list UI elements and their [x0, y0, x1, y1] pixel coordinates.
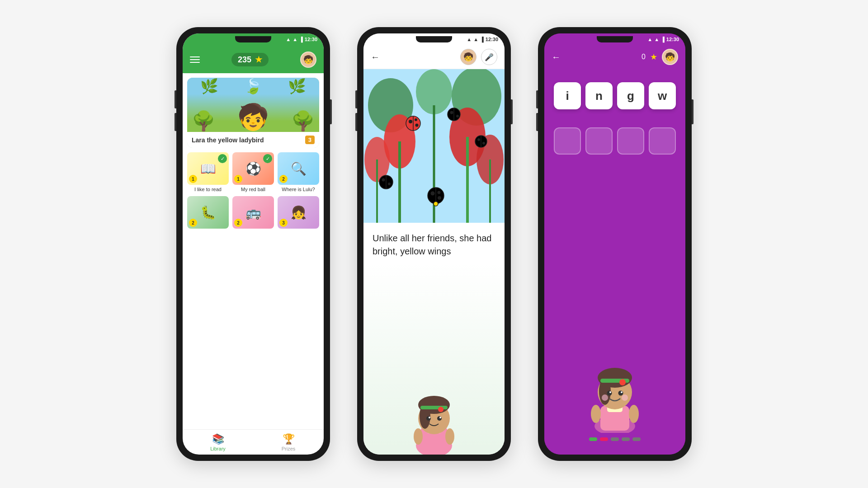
answer-slot-2[interactable] — [585, 127, 613, 155]
book-emoji-4: 🐛 — [200, 205, 216, 220]
book-item-3[interactable]: 🔍 2 Where is Lulu? — [278, 152, 319, 192]
svg-point-32 — [388, 183, 391, 185]
phone2-content: Unlike all her friends, she had bright, … — [363, 69, 505, 455]
back-button-2[interactable]: ← — [371, 52, 380, 62]
svg-point-68 — [622, 394, 628, 401]
letter-g: g — [627, 89, 634, 103]
back-button-3[interactable]: ← — [552, 52, 561, 62]
svg-point-63 — [607, 391, 612, 396]
score-value-3: 0 — [642, 53, 646, 61]
avatar-3[interactable]: 🧒 — [662, 49, 678, 65]
answer-slots — [554, 127, 676, 155]
svg-point-62 — [619, 379, 626, 385]
book-thumb-4: 🐛 2 — [187, 196, 229, 229]
signal-icon-2: ▲ — [467, 37, 472, 42]
phone-1: ▲ ▲ ▐ 12:30 235 ★ 🧒 — [176, 27, 330, 461]
phone2-header: ← 🧒 🎤 — [363, 45, 505, 69]
phone-notch-1 — [235, 36, 271, 42]
book-label-3: Where is Lulu? — [278, 187, 319, 192]
book-item-2[interactable]: ⚽ ✓ 1 My red ball — [232, 152, 274, 192]
answer-slot-3[interactable] — [617, 127, 644, 155]
book-item-1[interactable]: 📖 ✓ 1 I like to read — [187, 152, 229, 192]
svg-point-27 — [482, 142, 485, 145]
letter-n: n — [595, 89, 603, 103]
book-thumb-6: 👧 3 — [278, 196, 319, 229]
progress-dots — [585, 433, 645, 446]
book-item-5[interactable]: 🚌 2 — [232, 196, 274, 230]
progress-dot-5 — [632, 437, 641, 441]
letter-tile-n[interactable]: n — [585, 82, 613, 109]
letter-tile-i[interactable]: i — [554, 82, 581, 109]
tab-prizes-label: Prizes — [282, 446, 296, 451]
svg-point-50 — [429, 417, 430, 418]
header-actions-2: 🧒 🎤 — [460, 49, 497, 65]
svg-point-31 — [382, 178, 385, 182]
svg-point-67 — [602, 394, 608, 401]
tab-prizes[interactable]: 🏆 Prizes — [253, 430, 324, 455]
featured-card-title-bar: Lara the yellow ladybird 3 — [187, 132, 319, 148]
phone-3: ▲ ▲ ▐ 12:30 ← 0 ★ 🧒 i n — [538, 27, 692, 461]
book-label-2: My red ball — [232, 187, 274, 192]
svg-point-65 — [609, 391, 611, 393]
book-thumb-5: 🚌 2 — [232, 196, 274, 229]
answer-slot-1[interactable] — [554, 127, 581, 155]
signal-icon-3: ▲ — [647, 37, 652, 42]
book-emoji-5: 🚌 — [245, 205, 261, 220]
progress-dot-3 — [611, 437, 619, 441]
answer-slot-4[interactable] — [649, 127, 676, 155]
score-pill: 235 ★ — [231, 53, 269, 66]
prizes-icon: 🏆 — [283, 433, 295, 445]
letter-tile-w[interactable]: w — [649, 82, 676, 109]
num-badge-4: 2 — [189, 219, 197, 227]
num-badge-6: 3 — [279, 219, 288, 227]
phone3-header: ← 0 ★ 🧒 — [544, 45, 685, 69]
num-badge-3: 2 — [279, 175, 288, 183]
svg-point-51 — [439, 417, 441, 418]
featured-card-image: 🌿🍃🌿 🌳 🌳 🧒 — [187, 78, 319, 132]
phone1-header: 235 ★ 🧒 — [183, 45, 324, 73]
svg-point-53 — [414, 428, 423, 445]
vol-btn-p3 — [536, 90, 538, 108]
tab-library-label: Library — [210, 446, 226, 451]
svg-point-69 — [591, 405, 601, 423]
phone-2: ▲ ▲ ▐ 12:30 ← 🧒 🎤 — [357, 27, 511, 461]
phone-notch-3 — [597, 36, 633, 42]
phone3-score-area: 0 ★ 🧒 — [642, 49, 678, 65]
book-emoji-6: 👧 — [291, 205, 307, 220]
tree-right: 🌳 — [291, 110, 315, 132]
character-preview — [363, 263, 505, 455]
featured-card[interactable]: 🌿🍃🌿 🌳 🌳 🧒 Lara the yellow ladybird 3 — [187, 78, 319, 148]
tab-library[interactable]: 📚 Library — [183, 430, 253, 455]
svg-point-48 — [426, 416, 431, 421]
svg-point-36 — [431, 192, 435, 196]
svg-point-38 — [438, 191, 441, 194]
hamburger-menu[interactable] — [190, 56, 200, 63]
book-thumb-2: ⚽ ✓ 1 — [232, 152, 274, 185]
phone3-content: i n g w — [544, 69, 685, 455]
bottom-tabs: 📚 Library 🏆 Prizes — [183, 429, 324, 455]
book-item-6[interactable]: 👧 3 — [278, 196, 319, 230]
phone1-content: 🌿🍃🌿 🌳 🌳 🧒 Lara the yellow ladybird 3 — [183, 73, 324, 455]
vol-btn-1 — [175, 90, 176, 108]
svg-point-22 — [456, 115, 459, 117]
vol-btn-2 — [175, 113, 176, 131]
svg-point-52 — [438, 407, 443, 412]
letter-tile-g[interactable]: g — [617, 82, 644, 109]
mic-button[interactable]: 🎤 — [481, 49, 497, 65]
avatar-2[interactable]: 🧒 — [460, 49, 476, 65]
svg-point-26 — [477, 138, 480, 141]
vol-btn2-p2 — [355, 113, 357, 131]
time-1: 12:30 — [305, 37, 317, 42]
story-image — [363, 69, 505, 223]
signal-icon-1: ▲ — [286, 37, 291, 42]
svg-point-64 — [618, 391, 623, 396]
phone3-character — [579, 173, 651, 433]
book-item-4[interactable]: 🐛 2 — [187, 196, 229, 230]
book-label-1: I like to read — [187, 187, 229, 192]
story-text: Unlike all her friends, she had bright, … — [363, 223, 505, 263]
avatar-1[interactable]: 🧒 — [300, 52, 316, 68]
battery-icon-1: ▐ — [299, 37, 303, 42]
time-3: 12:30 — [666, 37, 679, 42]
num-badge-1: 1 — [189, 175, 197, 183]
wifi-icon-2: ▲ — [473, 37, 478, 42]
